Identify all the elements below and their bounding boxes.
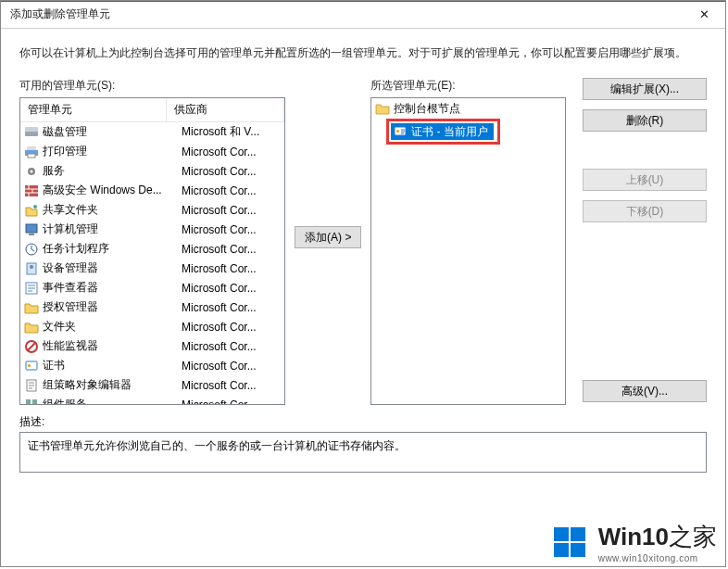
list-item[interactable]: 组件服务Microsoft Cor... [20, 395, 284, 405]
pc-icon [24, 222, 39, 237]
close-button[interactable]: ✕ [684, 1, 725, 28]
share-icon [24, 203, 39, 218]
svg-rect-16 [26, 361, 37, 370]
folder-icon [24, 300, 39, 315]
list-item[interactable]: 事件查看器Microsoft Cor... [20, 278, 284, 297]
available-label: 可用的管理单元(S): [19, 78, 285, 94]
folder-icon [375, 102, 390, 115]
col-snapin[interactable]: 管理单元 [20, 98, 167, 121]
intro-text: 你可以在计算机上为此控制台选择可用的管理单元并配置所选的一组管理单元。对于可扩展… [19, 45, 707, 61]
snapin-name: 组件服务 [43, 397, 182, 405]
titlebar: 添加或删除管理单元 ✕ [1, 1, 725, 29]
snapin-name: 高级安全 Windows De... [43, 183, 182, 198]
watermark-url: www.win10xitong.com [598, 553, 717, 563]
cert-icon [393, 124, 408, 139]
add-column: 添加(A) > [295, 78, 361, 248]
selected-tree[interactable]: 控制台根节点 证书 - 当前用户 [370, 97, 566, 405]
snapin-name: 授权管理器 [43, 299, 182, 315]
advanced-button[interactable]: 高级(V)... [583, 380, 707, 402]
clock-icon [24, 242, 39, 257]
svg-point-24 [396, 130, 399, 133]
snapin-vendor: Microsoft Cor... [182, 321, 281, 334]
close-icon: ✕ [699, 7, 709, 21]
tree-root-label: 控制台根节点 [394, 101, 460, 117]
content-area: 你可以在计算机上为此控制台选择可用的管理单元并配置所选的一组管理单元。对于可扩展… [1, 29, 725, 566]
window-title: 添加或删除管理单元 [10, 6, 110, 22]
svg-rect-10 [29, 234, 34, 235]
available-listbox[interactable]: 管理单元 供应商 磁盘管理Microsoft 和 V...打印管理Microso… [19, 97, 285, 405]
add-button[interactable]: 添加(A) > [295, 226, 361, 248]
snapin-vendor: Microsoft Cor... [182, 223, 281, 236]
snapin-vendor: Microsoft Cor... [182, 243, 281, 256]
move-up-button[interactable]: 上移(U) [583, 169, 707, 191]
move-down-button[interactable]: 下移(D) [583, 200, 707, 222]
list-item[interactable]: 性能监视器Microsoft Cor... [20, 336, 284, 356]
snapin-vendor: Microsoft Cor... [182, 145, 281, 158]
disk-icon [24, 125, 39, 140]
wall-icon [24, 183, 39, 198]
snapin-vendor: Microsoft Cor... [182, 340, 281, 353]
remove-button[interactable]: 删除(R) [583, 109, 707, 132]
snapin-vendor: Microsoft Cor... [182, 379, 281, 392]
snapin-name: 设备管理器 [43, 260, 182, 276]
tree-root[interactable]: 控制台根节点 [373, 100, 563, 117]
snapin-name: 计算机管理 [43, 221, 182, 237]
event-icon [24, 281, 39, 296]
print-icon [24, 145, 39, 159]
svg-rect-9 [26, 224, 37, 233]
svg-rect-4 [28, 154, 35, 158]
snapin-vendor: Microsoft Cor... [182, 360, 281, 373]
list-item[interactable]: 文件夹Microsoft Cor... [20, 317, 284, 336]
snapin-name: 事件查看器 [43, 280, 182, 296]
description-text: 证书管理单元允许你浏览自己的、一个服务的或一台计算机的证书存储内容。 [28, 439, 406, 452]
edit-extensions-button[interactable]: 编辑扩展(X)... [583, 78, 707, 100]
snapin-name: 打印管理 [43, 144, 182, 159]
list-item[interactable]: 打印管理Microsoft Cor... [20, 142, 284, 161]
list-item[interactable]: 共享文件夹Microsoft Cor... [20, 200, 284, 220]
list-item[interactable]: 授权管理器Microsoft Cor... [20, 297, 284, 317]
folder-icon [24, 320, 39, 335]
svg-point-6 [31, 170, 33, 172]
svg-rect-1 [25, 127, 38, 132]
snapin-vendor: Microsoft Cor... [182, 282, 281, 295]
tree-item-cert[interactable]: 证书 - 当前用户 [391, 123, 494, 140]
watermark: Win10之家 www.win10xitong.com [552, 521, 717, 563]
list-item[interactable]: 组策略对象编辑器Microsoft Cor... [20, 375, 284, 395]
snapin-name: 磁盘管理 [43, 124, 182, 140]
svg-rect-27 [554, 543, 569, 557]
snapin-name: 性能监视器 [43, 338, 182, 354]
description-label: 描述: [19, 414, 707, 430]
list-item[interactable]: 服务Microsoft Cor... [20, 161, 284, 181]
nope-icon [24, 339, 39, 354]
snapin-name: 组策略对象编辑器 [43, 377, 182, 393]
list-item[interactable]: 任务计划程序Microsoft Cor... [20, 239, 284, 259]
svg-rect-7 [25, 185, 38, 196]
watermark-sub: 之家 [669, 523, 717, 550]
action-buttons: 编辑扩展(X)... 删除(R) 上移(U) 下移(D) 高级(V)... [583, 78, 707, 402]
snapin-name: 证书 [43, 358, 182, 373]
device-icon [24, 261, 39, 276]
available-column: 可用的管理单元(S): 管理单元 供应商 磁盘管理Microsoft 和 V..… [19, 78, 285, 405]
svg-rect-20 [32, 399, 37, 404]
col-vendor[interactable]: 供应商 [167, 98, 284, 121]
windows-logo-icon [552, 524, 589, 561]
description-box: 证书管理单元允许你浏览自己的、一个服务的或一台计算机的证书存储内容。 [19, 432, 707, 473]
snapin-name: 任务计划程序 [43, 241, 182, 257]
list-item[interactable]: 设备管理器Microsoft Cor... [20, 259, 284, 278]
comp-icon [24, 398, 39, 406]
svg-point-13 [30, 265, 33, 269]
snapin-vendor: Microsoft Cor... [182, 184, 281, 197]
list-item[interactable]: 计算机管理Microsoft Cor... [20, 220, 284, 239]
list-item[interactable]: 高级安全 Windows De...Microsoft Cor... [20, 181, 284, 200]
list-item[interactable]: 磁盘管理Microsoft 和 V... [20, 122, 284, 142]
dialog-window: 添加或删除管理单元 ✕ 你可以在计算机上为此控制台选择可用的管理单元并配置所选的… [0, 0, 726, 567]
selected-column: 所选管理单元(E): 控制台根节点 证书 - 当前用户 [370, 78, 566, 405]
list-header: 管理单元 供应商 [20, 98, 284, 122]
snapin-name: 文件夹 [43, 319, 182, 335]
spacer [583, 141, 707, 159]
snapin-vendor: Microsoft Cor... [182, 262, 281, 275]
svg-rect-28 [571, 543, 585, 557]
svg-rect-19 [26, 399, 31, 404]
list-item[interactable]: 证书Microsoft Cor... [20, 356, 284, 375]
watermark-brand: Win10 [598, 523, 669, 550]
